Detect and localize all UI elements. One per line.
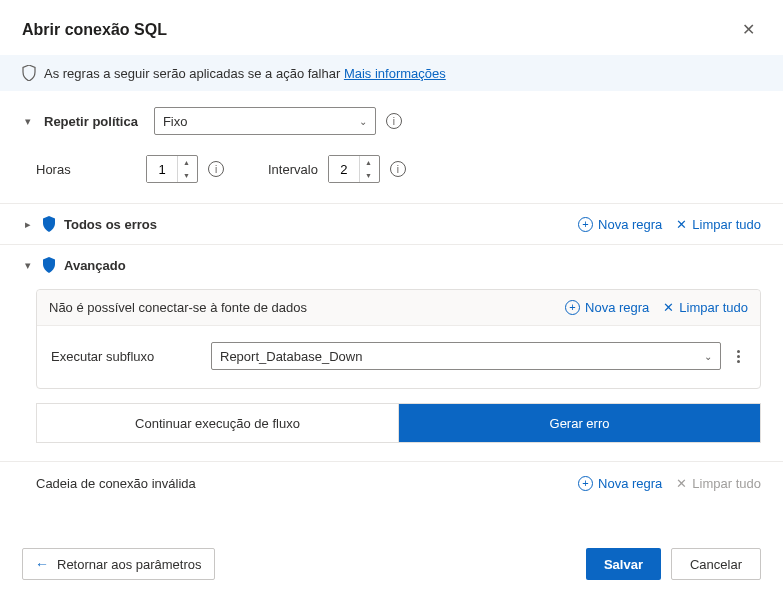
all-errors-title: Todos os erros (64, 217, 157, 232)
run-subflow-label: Executar subfluxo (51, 349, 201, 364)
retry-policy-section: ▾ Repetir política Fixo ⌄ i (0, 91, 783, 141)
close-icon: ✕ (676, 217, 687, 232)
chevron-down-icon: ⌄ (704, 351, 712, 362)
hours-up-icon[interactable]: ▲ (178, 156, 195, 169)
subflow-value: Report_Database_Down (220, 349, 362, 364)
dialog-header: Abrir conexão SQL ✕ (0, 0, 783, 55)
more-options-icon[interactable] (731, 350, 746, 363)
arrow-left-icon: ← (35, 556, 49, 572)
new-rule-button[interactable]: + Nova regra (565, 300, 649, 315)
plus-icon: + (578, 217, 593, 232)
retry-policy-value: Fixo (163, 114, 188, 129)
clear-all-button[interactable]: ✕ Limpar tudo (676, 217, 761, 232)
interval-up-icon[interactable]: ▲ (360, 156, 377, 169)
error-card-body: Executar subfluxo Report_Database_Down ⌄ (37, 326, 760, 388)
shield-icon (22, 65, 36, 81)
info-icon[interactable]: i (390, 161, 406, 177)
subflow-select[interactable]: Report_Database_Down ⌄ (211, 342, 721, 370)
hours-label: Horas (36, 162, 136, 177)
invalid-conn-header: Cadeia de conexão inválida + Nova regra … (0, 461, 783, 505)
new-rule-button[interactable]: + Nova regra (578, 217, 662, 232)
more-info-link[interactable]: Mais informações (344, 66, 446, 81)
chevron-down-icon[interactable]: ▾ (22, 259, 34, 272)
advanced-title: Avançado (64, 258, 126, 273)
hours-stepper[interactable]: ▲ ▼ (146, 155, 198, 183)
advanced-header: ▾ Avançado (0, 244, 783, 285)
chevron-right-icon[interactable]: ▸ (22, 218, 34, 231)
continue-flow-button[interactable]: Continuar execução de fluxo (37, 404, 399, 442)
retry-policy-label: Repetir política (44, 114, 138, 129)
all-errors-header: ▸ Todos os erros + Nova regra ✕ Limpar t… (0, 203, 783, 244)
close-icon[interactable]: ✕ (736, 18, 761, 41)
info-icon[interactable]: i (208, 161, 224, 177)
back-label: Retornar aos parâmetros (57, 557, 202, 572)
hours-input[interactable] (147, 156, 177, 182)
interval-stepper[interactable]: ▲ ▼ (328, 155, 380, 183)
plus-icon: + (578, 476, 593, 491)
error-title: Cadeia de conexão inválida (36, 476, 196, 491)
clear-all-button: ✕ Limpar tudo (676, 476, 761, 491)
retry-policy-select[interactable]: Fixo ⌄ (154, 107, 376, 135)
shield-icon (42, 257, 56, 273)
dialog-title: Abrir conexão SQL (22, 21, 167, 39)
info-icon[interactable]: i (386, 113, 402, 129)
flow-result-toggle: Continuar execução de fluxo Gerar erro (36, 403, 761, 443)
chevron-down-icon[interactable]: ▾ (22, 115, 34, 128)
error-card-header: Não é possível conectar-se à fonte de da… (37, 290, 760, 326)
shield-icon (42, 216, 56, 232)
clear-all-button[interactable]: ✕ Limpar tudo (663, 300, 748, 315)
retry-values-row: Horas ▲ ▼ i Intervalo ▲ ▼ i (0, 141, 783, 203)
dialog-footer: ← Retornar aos parâmetros Salvar Cancela… (0, 534, 783, 598)
error-card-datasource: Não é possível conectar-se à fonte de da… (36, 289, 761, 389)
cancel-button[interactable]: Cancelar (671, 548, 761, 580)
interval-label: Intervalo (268, 162, 318, 177)
close-icon: ✕ (663, 300, 674, 315)
throw-error-button[interactable]: Gerar erro (399, 404, 760, 442)
hours-down-icon[interactable]: ▼ (178, 169, 195, 182)
error-title: Não é possível conectar-se à fonte de da… (49, 300, 307, 315)
interval-input[interactable] (329, 156, 359, 182)
chevron-down-icon: ⌄ (359, 116, 367, 127)
back-button[interactable]: ← Retornar aos parâmetros (22, 548, 215, 580)
interval-down-icon[interactable]: ▼ (360, 169, 377, 182)
save-button[interactable]: Salvar (586, 548, 661, 580)
info-banner: As regras a seguir serão aplicadas se a … (0, 55, 783, 91)
new-rule-button[interactable]: + Nova regra (578, 476, 662, 491)
close-icon: ✕ (676, 476, 687, 491)
banner-text: As regras a seguir serão aplicadas se a … (44, 66, 446, 81)
plus-icon: + (565, 300, 580, 315)
